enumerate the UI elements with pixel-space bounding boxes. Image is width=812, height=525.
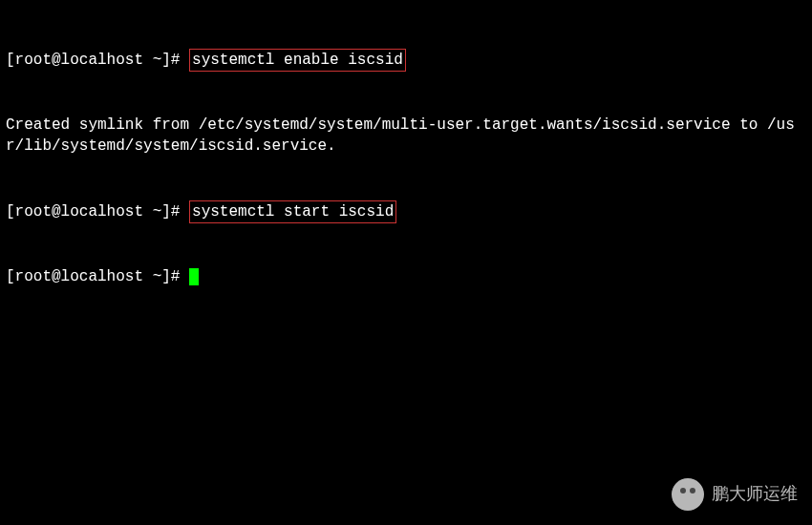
highlighted-command-enable: systemctl enable iscsid	[189, 49, 406, 72]
output-line-symlink: Created symlink from /etc/systemd/system…	[6, 115, 806, 158]
shell-prompt: [root@localhost ~]#	[6, 268, 189, 285]
watermark-text: 鹏大师运维	[712, 482, 798, 506]
highlighted-command-start: systemctl start iscsid	[189, 200, 396, 223]
shell-prompt: [root@localhost ~]#	[6, 203, 189, 220]
shell-prompt: [root@localhost ~]#	[6, 52, 189, 69]
watermark-icon	[672, 478, 704, 511]
prompt-line-2: [root@localhost ~]# systemctl start iscs…	[6, 200, 806, 223]
terminal-cursor[interactable]	[189, 268, 199, 285]
prompt-line-3: [root@localhost ~]#	[6, 266, 806, 287]
terminal-output[interactable]: [root@localhost ~]# systemctl enable isc…	[6, 6, 806, 308]
watermark: 鹏大师运维	[672, 478, 798, 511]
prompt-line-1: [root@localhost ~]# systemctl enable isc…	[6, 49, 806, 72]
